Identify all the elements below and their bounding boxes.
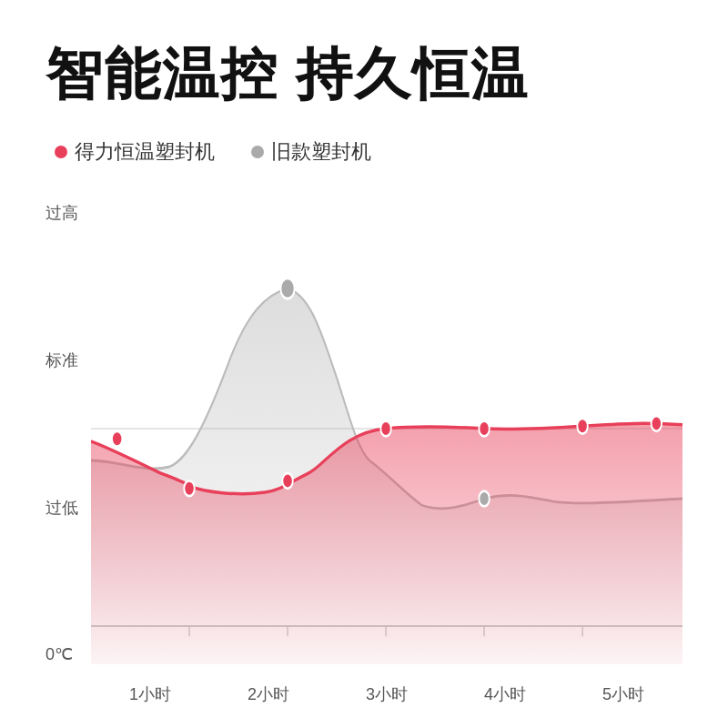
legend-dot-gray <box>251 146 264 158</box>
chart-svg-container <box>91 193 682 664</box>
svg-point-12 <box>479 421 489 437</box>
x-label-1h: 1小时 <box>129 683 171 705</box>
legend-dot-red <box>55 146 67 158</box>
svg-point-8 <box>112 431 122 447</box>
svg-point-16 <box>479 491 489 507</box>
svg-point-11 <box>380 421 390 437</box>
legend-item-red: 得力恒温塑封机 <box>55 138 215 166</box>
svg-point-14 <box>652 416 662 431</box>
chart-svg <box>91 193 682 664</box>
legend-label-gray: 旧款塑封机 <box>271 138 371 166</box>
chart-area: 过高 标准 过低 0℃ <box>46 193 682 710</box>
y-axis: 过高 标准 过低 0℃ <box>46 193 91 710</box>
y-label-standard: 标准 <box>46 349 78 371</box>
legend: 得力恒温塑封机 旧款塑封机 <box>46 138 682 166</box>
legend-label-red: 得力恒温塑封机 <box>75 138 215 166</box>
y-label-zero: 0℃ <box>46 644 73 664</box>
y-label-high: 过高 <box>46 202 78 224</box>
legend-item-gray: 旧款塑封机 <box>251 138 371 166</box>
y-label-low: 过低 <box>46 497 78 519</box>
svg-point-10 <box>282 473 292 489</box>
page-title: 智能温控 持久恒温 <box>46 36 682 113</box>
x-label-3h: 3小时 <box>366 683 408 705</box>
x-label-5h: 5小时 <box>602 683 644 705</box>
svg-point-13 <box>577 419 587 434</box>
x-axis: 1小时 2小时 3小时 4小时 5小时 <box>91 664 682 710</box>
x-label-2h: 2小时 <box>248 683 289 705</box>
svg-point-15 <box>280 278 294 298</box>
svg-point-9 <box>184 480 194 496</box>
chart-inner: 1小时 2小时 3小时 4小时 5小时 <box>91 193 682 710</box>
x-labels: 1小时 2小时 3小时 4小时 5小时 <box>91 683 682 705</box>
page-container: 智能温控 持久恒温 得力恒温塑封机 旧款塑封机 过高 标准 过低 0℃ <box>0 0 728 728</box>
x-label-4h: 4小时 <box>484 683 526 705</box>
